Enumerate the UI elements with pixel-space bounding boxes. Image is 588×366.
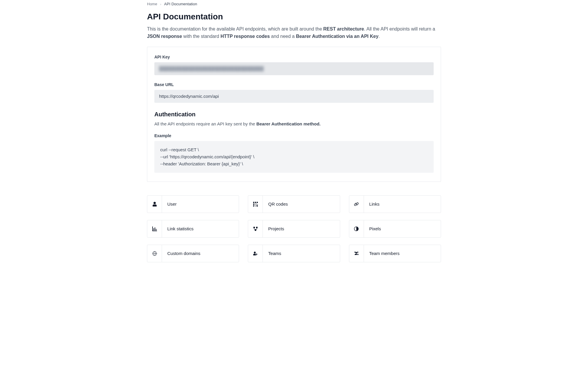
svg-rect-7 bbox=[255, 205, 255, 205]
globe-icon bbox=[147, 245, 162, 262]
svg-rect-6 bbox=[256, 204, 257, 204]
endpoint-card-links[interactable]: Links bbox=[349, 195, 441, 213]
endpoint-card-label: Custom domains bbox=[162, 245, 201, 262]
diagram-icon bbox=[248, 220, 263, 237]
base-url-value-box[interactable]: https://qrcodedynamic.com/api bbox=[154, 90, 434, 103]
usergear-icon bbox=[248, 245, 263, 262]
endpoint-card-qr-codes[interactable]: QR codes bbox=[248, 195, 340, 213]
user-icon bbox=[147, 196, 162, 213]
halfcircle-icon bbox=[349, 220, 364, 237]
intro-text: . bbox=[378, 34, 380, 39]
endpoint-card-label: Teams bbox=[263, 245, 281, 262]
endpoint-card-label: User bbox=[162, 196, 177, 213]
authentication-heading: Authentication bbox=[154, 111, 434, 118]
endpoint-card-teams[interactable]: Teams bbox=[248, 245, 340, 262]
intro-text: This is the documentation for the availa… bbox=[147, 26, 323, 31]
api-key-masked: ████████████████████████████████ bbox=[159, 66, 264, 71]
base-url-label: Base URL bbox=[154, 82, 434, 87]
breadcrumb-home-link[interactable]: Home bbox=[147, 2, 157, 6]
svg-rect-1 bbox=[255, 202, 256, 203]
endpoint-card-label: Links bbox=[364, 196, 380, 213]
svg-rect-0 bbox=[253, 202, 254, 203]
endpoint-card-user[interactable]: User bbox=[147, 195, 239, 213]
intro-bold-rest: REST architecture bbox=[323, 26, 364, 31]
svg-rect-12 bbox=[152, 231, 157, 231]
svg-rect-9 bbox=[257, 204, 258, 205]
usersgear-icon bbox=[349, 245, 364, 262]
endpoint-card-pixels[interactable]: Pixels bbox=[349, 220, 441, 238]
intro-bold-bearer: Bearer Authentication via an API Key bbox=[296, 34, 379, 39]
svg-rect-16 bbox=[156, 229, 156, 230]
endpoint-card-link-statistics[interactable]: Link statistics bbox=[147, 220, 239, 238]
example-label: Example bbox=[154, 133, 434, 138]
api-key-value-box[interactable]: ████████████████████████████████ bbox=[154, 62, 434, 75]
intro-text: and need a bbox=[270, 34, 296, 39]
svg-rect-23 bbox=[255, 229, 255, 230]
svg-rect-4 bbox=[253, 205, 254, 206]
endpoint-card-custom-domains[interactable]: Custom domains bbox=[147, 245, 239, 262]
page-title: API Documentation bbox=[147, 12, 441, 21]
svg-rect-14 bbox=[153, 228, 154, 230]
svg-rect-2 bbox=[253, 204, 254, 205]
qrcode-icon bbox=[248, 196, 263, 213]
auth-text-bold: Bearer Authentication method. bbox=[256, 121, 321, 126]
api-key-label: API Key bbox=[154, 55, 434, 59]
api-info-panel: API Key ████████████████████████████████… bbox=[147, 47, 441, 182]
endpoint-card-label: Projects bbox=[263, 220, 284, 237]
endpoint-card-team-members[interactable]: Team members bbox=[349, 245, 441, 262]
chart-icon bbox=[147, 220, 162, 237]
intro-bold-json: JSON response bbox=[147, 34, 182, 39]
endpoint-card-label: Link statistics bbox=[162, 220, 193, 237]
link-icon bbox=[349, 196, 364, 213]
endpoint-card-projects[interactable]: Projects bbox=[248, 220, 340, 238]
auth-text-pre: All the API endpoints require an API key… bbox=[154, 121, 256, 126]
authentication-text: All the API endpoints require an API key… bbox=[154, 121, 434, 126]
endpoint-card-label: QR codes bbox=[263, 196, 288, 213]
intro-bold-http: HTTP response codes bbox=[220, 34, 270, 39]
chevron-right-icon: › bbox=[160, 2, 161, 6]
svg-rect-3 bbox=[257, 202, 258, 203]
example-code-box[interactable]: curl --request GET \ --url 'https://qrco… bbox=[154, 141, 434, 173]
endpoint-cards-grid: UserQR codesLinksLink statisticsProjects… bbox=[147, 195, 441, 262]
breadcrumb: Home › API Documentation bbox=[147, 0, 441, 12]
svg-rect-8 bbox=[256, 205, 257, 205]
svg-rect-10 bbox=[255, 206, 256, 206]
svg-rect-13 bbox=[152, 226, 153, 231]
intro-paragraph: This is the documentation for the availa… bbox=[147, 26, 441, 40]
svg-rect-11 bbox=[257, 205, 258, 206]
endpoint-card-label: Team members bbox=[364, 245, 400, 262]
intro-text: . All the API endpoints will return a bbox=[364, 26, 435, 31]
svg-rect-15 bbox=[155, 227, 155, 230]
svg-rect-5 bbox=[255, 204, 255, 204]
endpoint-card-label: Pixels bbox=[364, 220, 381, 237]
breadcrumb-current: API Documentation bbox=[164, 2, 197, 6]
intro-text: with the standard bbox=[182, 34, 220, 39]
